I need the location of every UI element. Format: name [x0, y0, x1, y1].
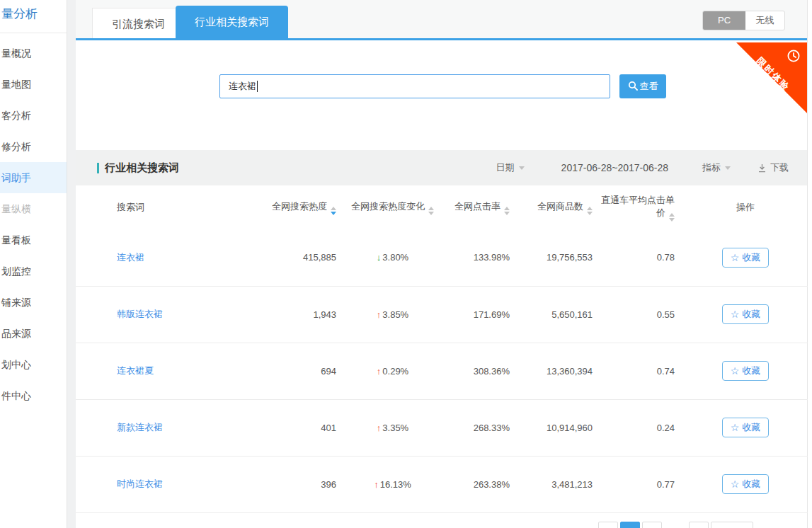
- content-area: 限时体验 连衣裙 查看 行业相关搜索词 日期 2017-: [76, 42, 807, 528]
- cpc-value: 0.24: [601, 399, 683, 456]
- favorite-label: 收藏: [742, 478, 760, 490]
- sidebar-item[interactable]: 量地图: [0, 69, 67, 100]
- favorite-label: 收藏: [742, 365, 760, 377]
- title-mark: [97, 163, 99, 173]
- change-arrow-icon: ↓: [377, 252, 382, 263]
- tab-traffic-search-terms[interactable]: 引流搜索词: [92, 8, 185, 38]
- favorite-button[interactable]: ☆收藏: [722, 474, 769, 494]
- products-value: 5,650,161: [518, 286, 601, 343]
- products-value: 13,360,394: [518, 343, 601, 399]
- star-icon: ☆: [731, 366, 740, 376]
- star-icon: ☆: [731, 309, 740, 319]
- sidebar-item[interactable]: 铺来源: [0, 287, 67, 318]
- pagination-button[interactable]: [711, 522, 753, 528]
- col-header-ctr[interactable]: 全网点击率: [440, 185, 518, 229]
- favorite-button[interactable]: ☆收藏: [722, 304, 769, 324]
- download-icon: [757, 163, 767, 173]
- change-arrow-icon: ↑: [377, 423, 382, 433]
- table-header-row: 搜索词 全网搜索热度 全网搜索热度变化 全网点击率 全网商品数: [76, 185, 808, 229]
- sort-icon[interactable]: [587, 207, 593, 215]
- search-terms-table: 搜索词 全网搜索热度 全网搜索热度变化 全网点击率 全网商品数: [76, 185, 808, 513]
- date-dropdown[interactable]: 日期: [496, 161, 525, 174]
- sidebar-menu: 量概况量地图客分析修分析词助手量纵横量看板划监控铺来源品来源划中心件中心: [0, 33, 67, 411]
- sort-icon[interactable]: [331, 207, 336, 215]
- change-arrow-icon: ↑: [374, 479, 379, 490]
- heat-value: 1,943: [260, 286, 345, 343]
- ctr-value: 171.69%: [440, 286, 518, 343]
- sidebar-item[interactable]: 件中心: [0, 380, 67, 411]
- search-input[interactable]: 连衣裙: [219, 74, 610, 98]
- col-header-product-count[interactable]: 全网商品数: [518, 185, 601, 229]
- sort-icon[interactable]: [669, 213, 675, 222]
- keyword-link[interactable]: 新款连衣裙: [117, 422, 163, 432]
- trial-ribbon[interactable]: 限时体验: [736, 42, 807, 113]
- ctr-value: 268.33%: [440, 399, 518, 456]
- chevron-down-icon: [725, 166, 731, 170]
- table-row: 连衣裙 415,885 ↓3.80% 133.98% 19,756,553 0.…: [76, 229, 808, 286]
- section-bar: 行业相关搜索词 日期 2017-06-28~2017-06-28 指标: [76, 150, 807, 185]
- table-row: 新款连衣裙 401 ↑3.35% 268.33% 10,914,960 0.24…: [76, 399, 808, 456]
- pagination-button[interactable]: [689, 522, 709, 528]
- sidebar-item[interactable]: 品来源: [0, 318, 67, 349]
- sidebar-item[interactable]: 客分析: [0, 100, 67, 131]
- products-value: 10,914,960: [518, 399, 601, 456]
- sidebar-item[interactable]: 划监控: [0, 256, 67, 287]
- col-header-actions: 操作: [683, 185, 808, 229]
- change-value: 3.85%: [382, 309, 408, 320]
- favorite-label: 收藏: [742, 308, 760, 321]
- favorite-label: 收藏: [742, 251, 760, 264]
- col-header-search-heat[interactable]: 全网搜索热度: [260, 185, 345, 229]
- sort-icon[interactable]: [504, 207, 510, 215]
- tab-industry-related-search-terms[interactable]: 行业相关搜索词: [176, 6, 288, 38]
- pagination-button[interactable]: [642, 522, 662, 528]
- favorite-button[interactable]: ☆收藏: [722, 361, 769, 381]
- sidebar-item[interactable]: 量纵横: [0, 193, 67, 224]
- keyword-link[interactable]: 连衣裙: [117, 252, 144, 263]
- view-button[interactable]: 查看: [619, 74, 666, 98]
- cpc-value: 0.74: [601, 343, 683, 399]
- sidebar-item[interactable]: 量看板: [0, 224, 67, 256]
- sidebar-header[interactable]: 量分析: [0, 0, 67, 33]
- search-input-value: 连衣裙: [229, 80, 256, 93]
- pagination-page-active[interactable]: [620, 522, 640, 528]
- change-value: 0.29%: [382, 366, 408, 377]
- favorite-button[interactable]: ☆收藏: [722, 418, 769, 437]
- date-range[interactable]: 2017-06-28~2017-06-28: [561, 162, 668, 173]
- sidebar-item[interactable]: 量概况: [0, 38, 67, 69]
- section-controls: 日期 2017-06-28~2017-06-28 指标 下载: [496, 161, 789, 174]
- keyword-link[interactable]: 时尚连衣裙: [117, 478, 163, 489]
- download-button[interactable]: 下载: [757, 161, 789, 174]
- keyword-link[interactable]: 韩版连衣裙: [117, 309, 163, 319]
- sidebar-item[interactable]: 划中心: [0, 349, 67, 380]
- change-arrow-icon: ↑: [377, 366, 382, 377]
- change-arrow-icon: ↑: [377, 309, 382, 320]
- ctr-value: 308.36%: [440, 343, 518, 399]
- search-icon: [628, 81, 638, 93]
- products-value: 19,756,553: [518, 229, 601, 286]
- star-icon: ☆: [731, 253, 740, 263]
- col-header-keyword: 搜索词: [76, 185, 260, 229]
- keyword-link[interactable]: 连衣裙夏: [117, 365, 154, 376]
- toggle-pc[interactable]: PC: [703, 11, 745, 30]
- ctr-value: 133.98%: [440, 229, 518, 286]
- products-value: 3,481,213: [518, 456, 601, 512]
- favorite-button[interactable]: ☆收藏: [722, 248, 769, 268]
- date-dropdown-label: 日期: [496, 161, 515, 174]
- col-header-avg-cpc[interactable]: 直通车平均点击单价: [601, 185, 683, 229]
- sidebar-item[interactable]: 修分析: [0, 131, 67, 162]
- cpc-value: 0.77: [601, 456, 683, 512]
- toggle-wireless[interactable]: 无线: [745, 11, 784, 30]
- sidebar: 量分析 量概况量地图客分析修分析词助手量纵横量看板划监控铺来源品来源划中心件中心: [0, 0, 67, 528]
- change-value: 3.80%: [382, 252, 408, 263]
- pagination: [598, 522, 753, 528]
- pagination-button[interactable]: [598, 522, 618, 528]
- main-panel: 引流搜索词 行业相关搜索词 PC 无线 限时体验 连衣裙: [76, 0, 808, 528]
- col-header-heat-change[interactable]: 全网搜索热度变化: [345, 185, 440, 229]
- sort-icon[interactable]: [428, 207, 434, 215]
- section-title: 行业相关搜索词: [105, 161, 179, 175]
- sidebar-item[interactable]: 词助手: [0, 162, 67, 193]
- star-icon: ☆: [731, 423, 740, 432]
- metric-dropdown[interactable]: 指标: [702, 161, 731, 174]
- heat-value: 401: [260, 399, 345, 456]
- pagination-gap: [664, 522, 687, 528]
